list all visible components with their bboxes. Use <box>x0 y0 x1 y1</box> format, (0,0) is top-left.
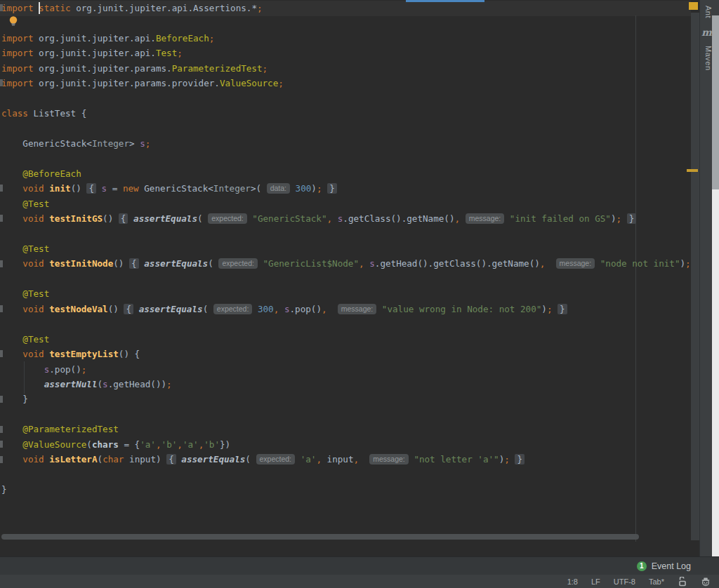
folded-brace[interactable]: } <box>627 213 637 224</box>
parameter-hint-chip: message: <box>338 304 377 314</box>
event-log-button[interactable]: Event Log <box>652 561 691 571</box>
edge-strip-bottom <box>712 189 719 556</box>
code-line[interactable]: assertNull(s.getHead()); <box>1 377 699 392</box>
code-line[interactable]: } <box>1 392 699 406</box>
folded-brace[interactable]: { <box>129 258 139 269</box>
caret-position-widget[interactable]: 1:8 <box>567 577 578 586</box>
top-window-accent <box>406 0 484 2</box>
indent-widget[interactable]: Tab* <box>649 577 664 586</box>
line-separator-widget[interactable]: LF <box>591 577 600 586</box>
tool-button-maven[interactable]: Maven <box>700 42 713 74</box>
code-line[interactable] <box>1 91 699 106</box>
parameter-hint-chip: expected: <box>218 258 258 269</box>
code-line[interactable] <box>1 151 699 166</box>
analyzer-status-square[interactable] <box>689 2 698 10</box>
code-line[interactable]: class ListTest { <box>1 106 699 121</box>
code-line[interactable]: @Test <box>1 196 699 211</box>
folded-brace[interactable]: { <box>119 213 128 224</box>
gutter-fold-mark[interactable] <box>0 396 3 403</box>
code-line[interactable]: @Test <box>1 241 699 256</box>
gutter-fold-mark[interactable] <box>0 215 3 222</box>
notification-bar: 1 Event Log <box>0 556 719 575</box>
parameter-hint-chip: message: <box>369 454 409 465</box>
code-line[interactable] <box>1 316 699 331</box>
edge-strip-top <box>712 0 719 15</box>
text-caret <box>39 2 40 14</box>
code-line[interactable]: import org.junit.jupiter.params.provider… <box>1 76 699 91</box>
folded-brace[interactable]: } <box>327 183 337 194</box>
vertical-scrollbar[interactable] <box>691 13 699 540</box>
code-line[interactable]: void init() { s = new GenericStack<Integ… <box>1 181 699 196</box>
parameter-hint-chip: expected: <box>208 213 247 224</box>
code-line[interactable]: import org.junit.jupiter.api.Test; <box>1 46 699 60</box>
gutter-fold-mark[interactable] <box>0 426 3 433</box>
parameter-hint-chip: message: <box>556 258 595 269</box>
code-line[interactable]: void testNodeVal() { assertEquals( expec… <box>1 302 699 316</box>
ide-window: import static org.junit.jupiter.api.Asse… <box>0 0 719 588</box>
folded-brace[interactable]: { <box>166 454 176 465</box>
code-line[interactable]: } <box>1 482 699 497</box>
code-line[interactable]: @Test <box>1 332 699 347</box>
code-line[interactable]: import static org.junit.jupiter.api.Asse… <box>1 1 699 15</box>
code-line[interactable]: import org.junit.jupiter.api.BeforeEach; <box>1 31 699 46</box>
code-line[interactable]: s.pop(); <box>1 362 699 377</box>
folded-brace[interactable]: { <box>124 304 133 314</box>
right-tool-stripe: Ant m Maven <box>699 0 712 556</box>
code-line[interactable]: void testEmptyList() { <box>1 347 699 361</box>
code-line[interactable]: void testInitNode() { assertEquals( expe… <box>1 256 699 271</box>
code-line[interactable]: void testInitGS() { assertEquals( expect… <box>1 211 699 226</box>
folded-brace[interactable]: { <box>86 183 96 194</box>
encoding-widget[interactable]: UTF-8 <box>614 577 635 586</box>
code-line[interactable]: @ValueSource(chars = {'a','b','a','b'}) <box>1 437 699 452</box>
gutter-fold-mark[interactable] <box>0 350 3 357</box>
unlock-icon[interactable] <box>678 577 687 587</box>
code-line[interactable]: @ParameterizedTest <box>1 422 699 436</box>
inspections-hector-icon[interactable] <box>701 577 711 587</box>
warning-stripe-mark[interactable] <box>687 169 698 172</box>
code-area[interactable]: import static org.junit.jupiter.api.Asse… <box>1 1 699 497</box>
gutter-fold-mark[interactable] <box>0 79 3 86</box>
gutter-fold-mark[interactable] <box>0 456 3 463</box>
gutter-fold-mark[interactable] <box>0 260 3 267</box>
code-line[interactable] <box>1 227 699 241</box>
horizontal-scrollbar[interactable] <box>1 534 639 540</box>
edge-strip-middle <box>712 15 719 189</box>
code-line[interactable]: @BeforeEach <box>1 166 699 181</box>
code-editor[interactable]: import static org.junit.jupiter.api.Asse… <box>0 0 699 556</box>
parameter-hint-chip: expected: <box>256 454 296 465</box>
parameter-hint-chip: expected: <box>213 304 253 314</box>
gutter-fold-mark[interactable] <box>0 185 3 192</box>
code-line[interactable]: void isLetterA(char input) { assertEqual… <box>1 452 699 467</box>
folded-brace[interactable]: } <box>558 304 567 314</box>
code-line[interactable] <box>1 15 699 30</box>
intention-bulb-icon[interactable] <box>7 15 20 27</box>
event-log-badge: 1 <box>637 561 647 571</box>
window-edge-strip <box>712 0 719 556</box>
code-line[interactable] <box>1 467 699 482</box>
code-line[interactable]: import org.junit.jupiter.params.Paramete… <box>1 61 699 76</box>
gutter-fold-mark[interactable] <box>0 305 3 312</box>
code-line[interactable]: GenericStack<Integer> s; <box>1 136 699 151</box>
parameter-hint-chip: data: <box>267 183 290 194</box>
code-line[interactable] <box>1 121 699 136</box>
folded-brace[interactable]: } <box>515 454 525 465</box>
parameter-hint-chip: message: <box>466 213 505 224</box>
gutter-fold-mark[interactable] <box>0 441 3 448</box>
gutter-fold-mark[interactable] <box>0 4 3 11</box>
status-bar: 1:8 LF UTF-8 Tab* <box>0 575 719 588</box>
code-line[interactable] <box>1 407 699 422</box>
code-line[interactable]: @Test <box>1 286 699 301</box>
code-line[interactable] <box>1 272 699 286</box>
tool-button-ant[interactable]: Ant <box>700 0 713 24</box>
maven-logo-icon: m <box>701 27 711 39</box>
